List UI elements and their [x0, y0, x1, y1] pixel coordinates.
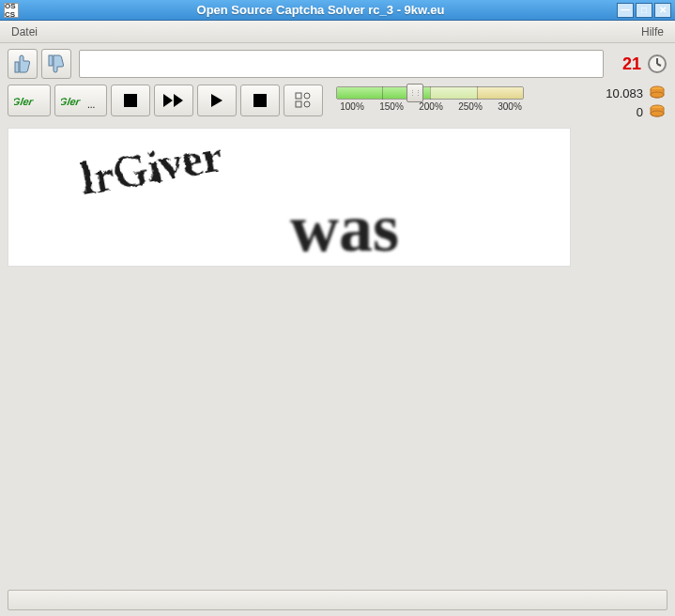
thumbs-up-icon: [14, 54, 31, 73]
captcha-word1-button[interactable]: Gler: [8, 85, 51, 116]
window-titlebar: OS CS Open Source Captcha Solver rc_3 - …: [0, 0, 675, 21]
svg-rect-11: [296, 101, 301, 107]
captcha-thumb2-icon: Gler...: [61, 91, 100, 110]
credits-value: 10.083: [606, 86, 643, 100]
app-icon: OS CS: [4, 3, 19, 18]
svg-text:was: was: [290, 191, 399, 266]
close-button[interactable]: ✕: [654, 3, 671, 18]
countdown-value: 21: [622, 54, 641, 74]
zoom-labels: 100% 150% 200% 250% 300%: [332, 101, 529, 112]
play-icon: [210, 93, 223, 108]
captcha-word2-button[interactable]: Gler...: [54, 85, 107, 116]
menubar: Datei Hilfe: [0, 21, 675, 43]
svg-text:lrGiver: lrGiver: [75, 130, 224, 204]
stop-button[interactable]: [111, 85, 150, 116]
svg-rect-10: [296, 93, 301, 99]
captcha-image: lrGiver was: [8, 128, 571, 267]
svg-rect-1: [49, 55, 53, 66]
svg-rect-0: [15, 62, 19, 72]
minimize-button[interactable]: —: [617, 3, 634, 18]
stop-icon: [123, 93, 138, 108]
play-button[interactable]: [197, 85, 237, 116]
svg-text:Gler: Gler: [61, 96, 82, 107]
menu-file[interactable]: Datei: [8, 23, 41, 40]
captcha-thumb1-icon: Gler: [14, 91, 44, 110]
svg-text:Gler: Gler: [14, 96, 35, 107]
fast-forward-button[interactable]: [154, 85, 193, 116]
coins2-icon: [649, 103, 666, 120]
zoom-slider[interactable]: [336, 86, 524, 100]
svg-rect-9: [253, 94, 267, 107]
maximize-button[interactable]: □: [636, 3, 652, 18]
thumbs-up-button[interactable]: [8, 49, 38, 79]
menu-help[interactable]: Hilfe: [637, 23, 667, 40]
zoom-slider-thumb[interactable]: [407, 84, 423, 102]
statusbar: [8, 590, 667, 610]
fast-forward-icon: [162, 93, 185, 108]
answer-input[interactable]: [79, 50, 604, 78]
window-title: Open Source Captcha Solver rc_3 - 9kw.eu: [24, 3, 617, 17]
thumbs-down-icon: [48, 54, 65, 73]
thumbs-down-button[interactable]: [41, 49, 71, 79]
svg-point-13: [304, 101, 310, 107]
clock-icon: [647, 54, 667, 74]
svg-text:...: ...: [87, 100, 95, 110]
svg-point-12: [304, 93, 310, 99]
layout-button[interactable]: [284, 85, 323, 116]
stop2-icon: [253, 93, 268, 108]
queue-value: 0: [637, 105, 643, 119]
stop2-button[interactable]: [240, 85, 280, 116]
layout-icon: [295, 92, 312, 109]
svg-rect-8: [124, 94, 137, 107]
coins-icon: [649, 85, 666, 101]
